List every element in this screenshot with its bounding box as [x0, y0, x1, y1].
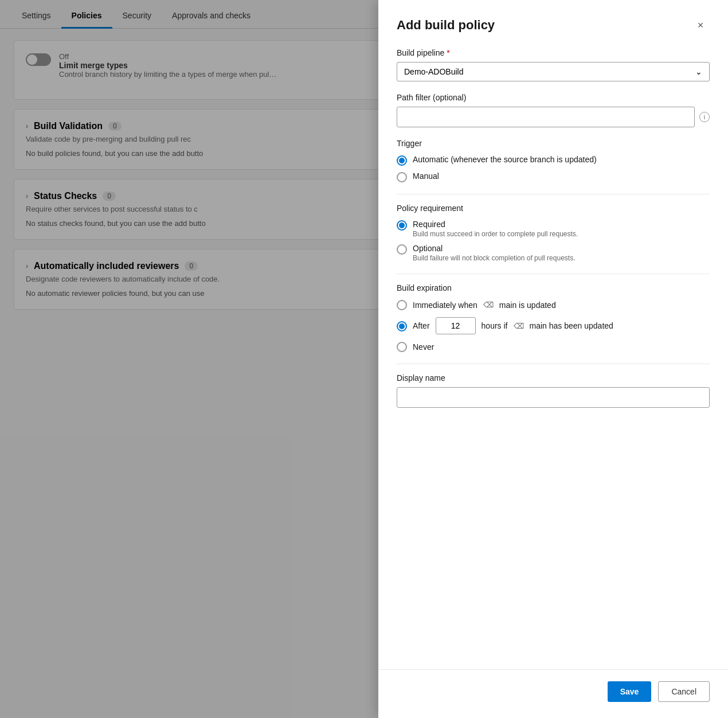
- divider-3: [397, 364, 710, 364]
- path-filter-group: Path filter (optional) i: [397, 93, 710, 127]
- chevron-down-icon: ⌄: [695, 67, 702, 76]
- expiration-immediately-radio[interactable]: [397, 300, 407, 310]
- expiration-after-radio[interactable]: [397, 321, 407, 331]
- policy-req-label: Policy requirement: [397, 204, 710, 213]
- path-filter-input[interactable]: [397, 107, 695, 127]
- trigger-automatic-option[interactable]: Automatic (whenever the source branch is…: [397, 155, 710, 166]
- modal-header: Add build policy ×: [378, 0, 728, 44]
- expiration-hours-label: hours if: [482, 321, 508, 330]
- display-name-input[interactable]: [397, 387, 710, 408]
- policy-required-sub: Build must succeed in order to complete …: [413, 230, 578, 238]
- expiration-after-option[interactable]: After hours if ⌫ main has been updated: [397, 317, 710, 334]
- expiration-after-text-before: After: [413, 321, 430, 330]
- policy-optional-label: Optional: [413, 244, 575, 253]
- divider-1: [397, 194, 710, 194]
- trigger-group: Trigger Automatic (whenever the source b…: [397, 139, 710, 182]
- expiration-never-label: Never: [413, 342, 434, 352]
- modal-footer: Save Cancel: [378, 669, 728, 718]
- add-build-policy-modal: Add build policy × Build pipeline * Demo…: [378, 0, 728, 718]
- policy-optional-radio[interactable]: [397, 244, 407, 255]
- expiration-immediately-option[interactable]: Immediately when ⌫ main is updated: [397, 299, 710, 310]
- trigger-automatic-label: Automatic (whenever the source branch is…: [413, 155, 597, 164]
- branch-icon-1: ⌫: [483, 301, 494, 309]
- policy-required-label: Required: [413, 220, 578, 229]
- expiration-after-text-after: main has been updated: [530, 321, 613, 330]
- expiration-immediately-text-after: main is updated: [499, 301, 556, 310]
- save-button[interactable]: Save: [608, 681, 652, 702]
- trigger-radio-group: Automatic (whenever the source branch is…: [397, 155, 710, 182]
- modal-body: Build pipeline * Demo-ADOBuild ⌄ Path fi…: [378, 44, 728, 669]
- policy-req-radio-group: Required Build must succeed in order to …: [397, 220, 710, 262]
- divider-2: [397, 274, 710, 274]
- trigger-automatic-radio[interactable]: [397, 155, 407, 166]
- branch-icon-2: ⌫: [514, 322, 524, 330]
- display-name-group: Display name: [397, 373, 710, 408]
- policy-optional-option[interactable]: Optional Build failure will not block co…: [397, 244, 710, 262]
- build-pipeline-dropdown[interactable]: Demo-ADOBuild ⌄: [397, 62, 710, 81]
- policy-required-radio[interactable]: [397, 220, 407, 231]
- expiration-label: Build expiration: [397, 283, 710, 292]
- pipeline-value: Demo-ADOBuild: [404, 67, 463, 76]
- modal-overlay: Add build policy × Build pipeline * Demo…: [0, 0, 728, 718]
- modal-title: Add build policy: [397, 18, 495, 33]
- trigger-manual-label: Manual: [413, 171, 439, 181]
- policy-required-option[interactable]: Required Build must succeed in order to …: [397, 220, 710, 238]
- hours-input[interactable]: [436, 317, 476, 334]
- path-filter-label: Path filter (optional): [397, 93, 710, 102]
- expiration-never-option[interactable]: Never: [397, 341, 710, 352]
- expiration-immediately-text-before: Immediately when: [413, 301, 477, 310]
- expiration-never-radio[interactable]: [397, 342, 407, 352]
- trigger-label: Trigger: [397, 139, 710, 148]
- cancel-button[interactable]: Cancel: [658, 681, 710, 702]
- build-expiration-group: Build expiration Immediately when ⌫ main…: [397, 283, 710, 352]
- display-name-label: Display name: [397, 373, 710, 383]
- policy-optional-sub: Build failure will not block completion …: [413, 254, 575, 262]
- trigger-manual-radio[interactable]: [397, 172, 407, 182]
- path-filter-row: i: [397, 107, 710, 127]
- trigger-manual-option[interactable]: Manual: [397, 171, 710, 182]
- path-filter-info-icon[interactable]: i: [699, 112, 710, 122]
- build-pipeline-label: Build pipeline *: [397, 48, 710, 57]
- policy-requirement-group: Policy requirement Required Build must s…: [397, 204, 710, 262]
- required-marker: *: [447, 48, 449, 57]
- build-pipeline-group: Build pipeline * Demo-ADOBuild ⌄: [397, 48, 710, 81]
- close-button[interactable]: ×: [691, 16, 710, 34]
